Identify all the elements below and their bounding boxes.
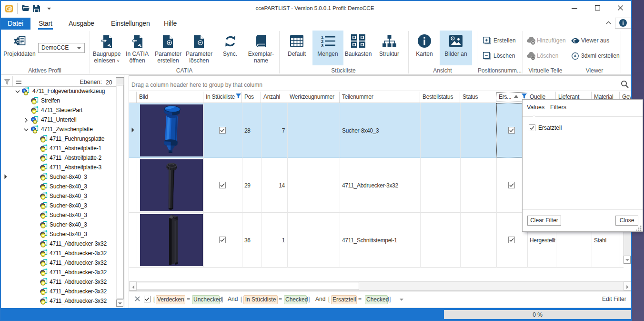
- svg-text:3: 3: [321, 43, 323, 47]
